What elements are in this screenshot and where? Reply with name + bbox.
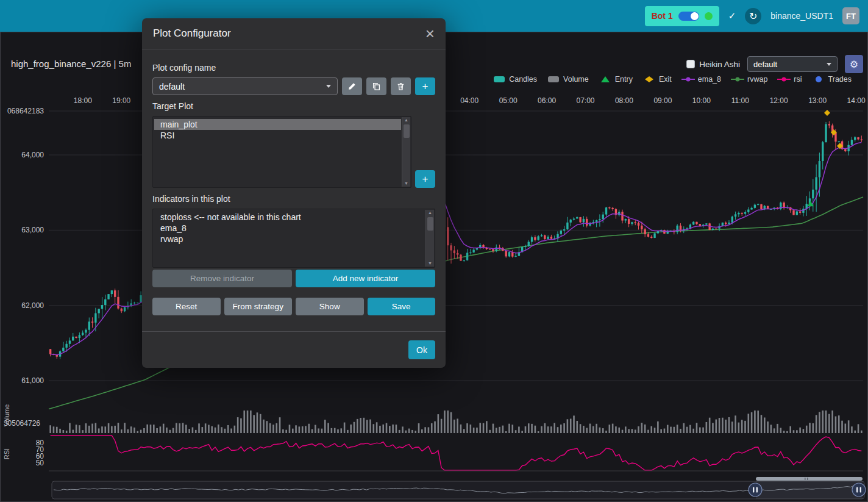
- indicator-item[interactable]: ema_8: [154, 223, 425, 234]
- scroll-down-icon[interactable]: ▼: [404, 181, 408, 187]
- target-plot-item[interactable]: RSI: [154, 130, 401, 141]
- modal-title: Plot Configurator: [153, 27, 231, 40]
- scroll-up-icon[interactable]: ▲: [428, 210, 432, 216]
- rsi-marker-icon: [777, 76, 791, 83]
- plot-config-select-value: default: [753, 60, 777, 69]
- svg-text:19:00: 19:00: [112, 96, 130, 105]
- svg-text:62,000: 62,000: [21, 301, 44, 310]
- svg-text:64,000: 64,000: [21, 151, 44, 159]
- chevron-down-icon: [827, 63, 831, 66]
- config-name-select[interactable]: default: [152, 77, 338, 95]
- svg-text:068642183: 068642183: [7, 107, 44, 115]
- svg-text:Volume: Volume: [3, 404, 10, 427]
- close-icon[interactable]: ×: [425, 27, 435, 40]
- volume-marker-icon: [547, 76, 560, 83]
- legend-item-rsi[interactable]: rsi: [777, 75, 802, 84]
- svg-text:18:00: 18:00: [74, 96, 92, 105]
- svg-text:07:00: 07:00: [577, 96, 595, 105]
- svg-text:06:00: 06:00: [538, 96, 556, 105]
- scrollbar-thumb[interactable]: [427, 217, 433, 231]
- legend-item-volume[interactable]: Volume: [547, 75, 589, 84]
- target-plot-list[interactable]: main_plot RSI ▲ ▼: [152, 116, 411, 188]
- scrollbar[interactable]: ▲ ▼: [425, 210, 434, 267]
- svg-text:05:00: 05:00: [499, 96, 518, 105]
- svg-text:63,000: 63,000: [21, 226, 44, 234]
- pencil-icon: [348, 82, 356, 90]
- indicator-item[interactable]: rvwap: [154, 234, 425, 245]
- strategy-title: high_frog_binance_v226 | 5m: [11, 59, 131, 69]
- plus-icon: +: [422, 81, 429, 93]
- ok-button[interactable]: Ok: [408, 340, 435, 359]
- ema_8-marker-icon: [681, 76, 695, 83]
- legend-label: rsi: [794, 75, 802, 84]
- candles-marker-icon: [493, 76, 506, 83]
- indicator-item[interactable]: stoploss <-- not available in this chart: [154, 212, 425, 223]
- heikin-ashi-checkbox[interactable]: [686, 60, 695, 68]
- legend-item-candles[interactable]: Candles: [493, 75, 537, 84]
- delete-config-button[interactable]: [391, 77, 411, 95]
- bot-name-label: Bot 1: [652, 11, 673, 21]
- legend-label: ema_8: [698, 75, 721, 84]
- add-new-indicator-button[interactable]: Add new indicator: [296, 270, 435, 287]
- plot-settings-button[interactable]: ⚙: [845, 55, 863, 73]
- legend-label: Candles: [509, 75, 537, 84]
- config-name-value: default: [159, 82, 185, 91]
- account-name: binance_USDT1: [770, 11, 833, 21]
- modal-footer: Ok: [142, 331, 446, 368]
- bot-toggle[interactable]: [678, 12, 699, 21]
- legend-item-trades[interactable]: Trades: [812, 75, 852, 84]
- legend-item-entry[interactable]: Entry: [599, 75, 633, 84]
- trades-marker-icon: [812, 76, 825, 83]
- bot-selector[interactable]: Bot 1: [645, 6, 719, 26]
- legend-item-ema_8[interactable]: ema_8: [681, 75, 721, 84]
- scroll-down-icon[interactable]: ▼: [428, 260, 432, 267]
- legend-label: Entry: [615, 75, 633, 84]
- datazoom-handle-right[interactable]: [852, 483, 866, 497]
- svg-text:61,000: 61,000: [21, 376, 44, 385]
- target-plot-label: Target Plot: [152, 101, 435, 111]
- chevron-down-icon: [326, 85, 331, 88]
- check-icon: ✓: [728, 10, 736, 21]
- svg-text:14:00: 14:00: [847, 96, 866, 105]
- scrollbar-thumb[interactable]: [404, 124, 410, 138]
- plot-config-select[interactable]: default: [747, 56, 838, 72]
- svg-text:09:00: 09:00: [653, 96, 672, 105]
- save-button[interactable]: Save: [368, 298, 436, 315]
- edit-config-button[interactable]: [342, 77, 362, 95]
- legend-label: Trades: [828, 75, 852, 84]
- scroll-up-icon[interactable]: ▲: [404, 117, 408, 123]
- add-plot-button[interactable]: +: [415, 170, 435, 188]
- modal-header: Plot Configurator ×: [142, 18, 446, 49]
- rvwap-marker-icon: [731, 76, 744, 83]
- indicators-label: Indicators in this plot: [152, 194, 435, 204]
- chart-legend: CandlesVolumeEntryExitema_8rvwaprsiTrade…: [493, 75, 852, 84]
- copy-icon: [372, 82, 380, 90]
- modal-body: Plot config name default + Target Plot m…: [142, 49, 446, 319]
- scrollbar[interactable]: ▲ ▼: [402, 117, 410, 187]
- svg-text:10:00: 10:00: [692, 96, 711, 105]
- datazoom-handle-left[interactable]: [749, 483, 762, 497]
- remove-indicator-button[interactable]: Remove indicator: [152, 270, 292, 287]
- plot-config-name-label: Plot config name: [152, 63, 435, 73]
- refresh-button[interactable]: ↻: [745, 8, 761, 24]
- svg-text:50: 50: [36, 459, 44, 467]
- legend-label: rvwap: [747, 75, 767, 84]
- legend-item-exit[interactable]: Exit: [642, 75, 672, 84]
- heikin-ashi-toggle[interactable]: Heikin Ashi: [686, 60, 740, 69]
- indicators-list[interactable]: stoploss <-- not available in this chart…: [152, 209, 435, 268]
- entry-marker-icon: [599, 76, 612, 83]
- svg-text:RSI: RSI: [3, 448, 10, 459]
- from-strategy-button[interactable]: From strategy: [224, 298, 293, 315]
- show-button[interactable]: Show: [296, 298, 364, 315]
- duplicate-config-button[interactable]: [366, 77, 386, 95]
- datazoom-rail[interactable]: [756, 477, 863, 481]
- legend-label: Volume: [563, 75, 589, 84]
- target-plot-item[interactable]: main_plot: [154, 119, 401, 130]
- add-config-button[interactable]: +: [415, 77, 435, 95]
- legend-item-rvwap[interactable]: rvwap: [731, 75, 767, 84]
- exit-marker-icon: [642, 76, 656, 83]
- reset-button[interactable]: Reset: [152, 298, 221, 315]
- plot-configurator-modal: Plot Configurator × Plot config name def…: [142, 18, 446, 368]
- plus-icon: +: [422, 173, 429, 185]
- freqtrade-logo: FT: [842, 7, 859, 24]
